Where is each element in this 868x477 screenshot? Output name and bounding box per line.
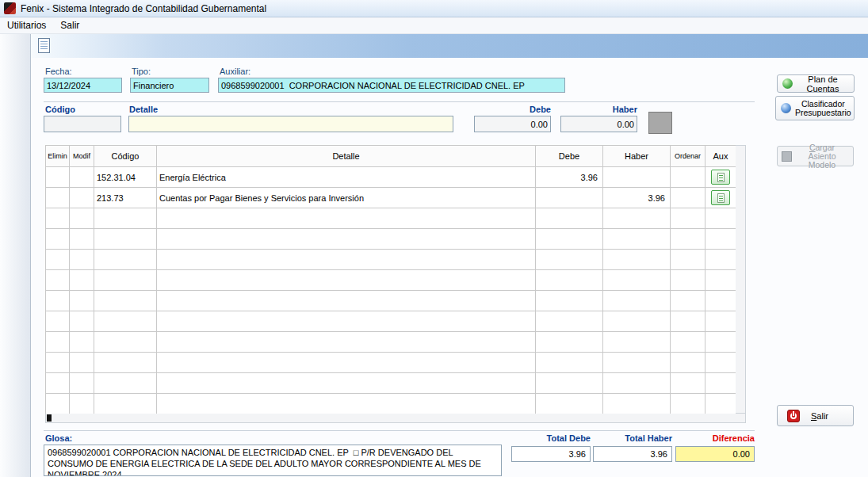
row-haber — [603, 167, 671, 188]
row-haber: 3.96 — [603, 188, 671, 208]
table-row[interactable]: 213.73 Cuentas por Pagar Bienes y Servic… — [46, 188, 736, 208]
table-row-empty[interactable] — [46, 208, 736, 229]
aux-icon — [717, 193, 725, 203]
table-row-empty[interactable] — [46, 311, 736, 332]
codigo-label: Código — [45, 105, 75, 114]
salir-icon — [787, 410, 800, 422]
application-window: Fenix - Sistema Integrado de Contabilida… — [0, 0, 868, 477]
cargar-asiento-label-line2: Modelo — [809, 161, 835, 170]
col-header-aux: Aux — [705, 146, 736, 167]
table-header-row: Elimin Modif Código Detalle Debe Haber O… — [46, 146, 736, 167]
app-icon — [4, 2, 16, 14]
glosa-label: Glosa: — [45, 433, 72, 443]
titlebar: Fenix - Sistema Integrado de Contabilida… — [0, 0, 868, 17]
debe-input[interactable] — [474, 116, 551, 132]
debe-label: Debe — [474, 105, 551, 114]
table-row-empty[interactable] — [46, 332, 736, 353]
row-detalle: Energía Eléctrica — [157, 167, 536, 188]
clasificador-icon — [781, 103, 791, 113]
table-row-empty[interactable] — [46, 353, 736, 373]
row-detalle: Cuentas por Pagar Bienes y Servicios par… — [157, 188, 536, 208]
col-header-modif: Modif — [70, 146, 94, 167]
tipo-label: Tipo: — [132, 67, 151, 76]
col-header-haber: Haber — [603, 146, 671, 167]
diferencia-label: Diferencia — [675, 433, 755, 443]
clasificador-label-line1: Clasificador — [801, 100, 845, 109]
total-debe-value: 3.96 — [511, 446, 591, 462]
table-row[interactable]: 152.31.04 Energía Eléctrica 3.96 — [46, 167, 736, 188]
scrollbar-thumb[interactable] — [47, 414, 52, 422]
col-header-ordenar: Ordenar — [671, 146, 705, 167]
cargar-asiento-icon — [782, 151, 792, 162]
table-row-empty[interactable] — [46, 229, 736, 250]
total-debe-label: Total Debe — [511, 433, 591, 443]
table-row-empty[interactable] — [46, 373, 736, 394]
row-codigo: 152.31.04 — [94, 167, 157, 188]
cargar-asiento-label-line1: Cargar Asiento — [796, 143, 848, 161]
tipo-input[interactable] — [130, 78, 209, 93]
table-row-empty[interactable] — [46, 394, 736, 414]
row-debe: 3.96 — [536, 167, 603, 188]
entries-table: Elimin Modif Código Detalle Debe Haber O… — [45, 145, 736, 414]
haber-input[interactable] — [560, 116, 637, 132]
col-header-elimin: Elimin — [46, 146, 70, 167]
new-document-icon[interactable] — [38, 38, 50, 53]
vertical-scrollbar[interactable] — [736, 145, 746, 414]
fecha-label: Fecha: — [45, 67, 72, 76]
col-header-detalle: Detalle — [157, 146, 536, 167]
glosa-textarea[interactable]: 0968599020001 CORPORACION NACIONAL DE EL… — [44, 445, 502, 476]
aux-button[interactable] — [711, 190, 730, 205]
table-row-empty[interactable] — [46, 250, 736, 270]
total-haber-value: 3.96 — [593, 446, 672, 462]
row-codigo: 213.73 — [94, 188, 157, 208]
auxiliar-input[interactable] — [218, 78, 565, 93]
table-row-empty[interactable] — [46, 291, 736, 311]
plan-de-cuentas-icon — [782, 78, 793, 89]
menu-item-salir[interactable]: Salir — [53, 17, 86, 34]
auxiliar-label: Auxiliar: — [220, 67, 250, 76]
window-title: Fenix - Sistema Integrado de Contabilida… — [21, 3, 266, 14]
toolbar — [31, 34, 868, 58]
diferencia-value: 0.00 — [675, 446, 755, 462]
codigo-input[interactable] — [44, 116, 121, 132]
gray-action-button[interactable] — [648, 112, 672, 134]
plan-de-cuentas-button[interactable]: Plan de Cuentas — [777, 74, 855, 93]
separator — [44, 430, 755, 431]
table-row-empty[interactable] — [46, 270, 736, 291]
aux-button[interactable] — [711, 170, 730, 185]
clasificador-presupuestario-button[interactable]: Clasificador Presupuestario — [775, 96, 855, 120]
plan-de-cuentas-label: Plan de Cuentas — [797, 74, 849, 93]
horizontal-scrollbar[interactable] — [45, 414, 746, 423]
haber-label: Haber — [560, 105, 637, 114]
salir-button[interactable]: Salir — [777, 405, 854, 426]
menubar: Utilitarios Salir — [0, 17, 868, 34]
detalle-input[interactable] — [128, 116, 453, 132]
menu-item-utilitarios[interactable]: Utilitarios — [0, 17, 53, 34]
row-debe — [536, 188, 603, 208]
cargar-asiento-modelo-button[interactable]: Cargar Asiento Modelo — [777, 146, 854, 166]
left-panel — [0, 34, 31, 477]
detalle-label: Detalle — [129, 105, 158, 114]
aux-icon — [717, 173, 725, 182]
total-haber-label: Total Haber — [593, 433, 672, 443]
fecha-input[interactable] — [44, 78, 122, 93]
col-header-debe: Debe — [536, 146, 603, 167]
entries-table-body: 152.31.04 Energía Eléctrica 3.96 213.73 … — [46, 167, 736, 414]
separator — [44, 101, 755, 102]
clasificador-label-line2: Presupuestario — [795, 109, 851, 117]
salir-button-label: Salir — [811, 411, 828, 421]
col-header-codigo: Código — [94, 146, 157, 167]
